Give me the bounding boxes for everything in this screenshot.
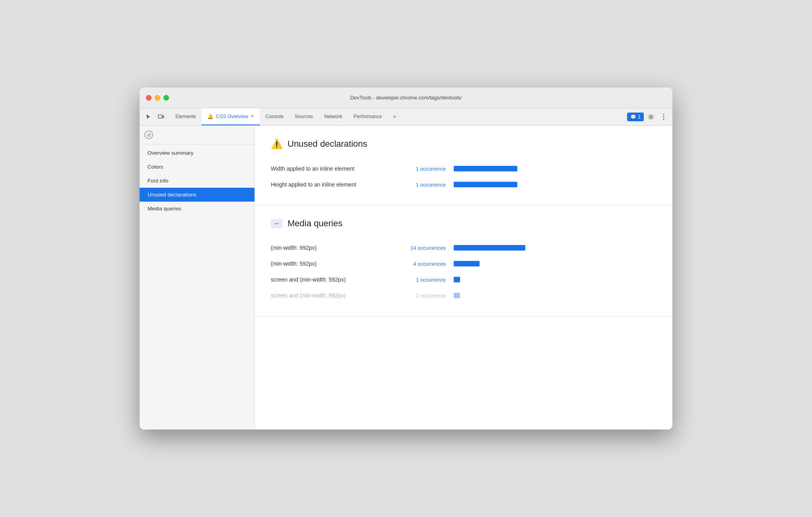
minimize-button[interactable] [155,95,160,101]
devtools-window: DevTools - developer.chrome.com/tags/dev… [140,87,672,430]
row-mq3-bar-container [454,277,657,282]
sidebar-top: ⊘ [140,126,254,144]
tab-sources-label: Sources [295,114,313,119]
svg-point-3 [663,114,664,115]
row-width-bar-container [454,166,657,171]
row-mq2-bar [454,261,480,266]
chat-badge-button[interactable]: 💬 1 [627,113,644,121]
row-mq3-label: screen and (min-width: 592px) [271,276,390,283]
tab-more[interactable]: » [388,108,402,125]
svg-point-2 [650,116,652,118]
section-media-queries: ↔ Media queries (min-width: 992px) 14 oc… [255,206,672,317]
sidebar-item-overview-summary[interactable]: Overview summary [140,146,254,160]
row-mq2-label: (min-width: 592px) [271,260,390,267]
sidebar-item-font-info[interactable]: Font info [140,174,254,188]
row-mq2-occurrence[interactable]: 4 occurrences [398,261,446,267]
tab-css-overview-icon: 🔔 [207,113,214,119]
row-mq4-label: screen and (min-width: 992px) [271,292,390,299]
traffic-lights [146,95,169,101]
sidebar-item-media-queries[interactable]: Media queries [140,202,254,216]
table-row: screen and (min-width: 592px) 1 occurren… [271,272,657,288]
row-mq4-bar [454,293,460,298]
row-mq1-bar [454,245,525,251]
section-media-queries-header: ↔ Media queries [271,218,657,229]
tab-performance-label: Performance [354,114,382,119]
svg-point-5 [663,119,664,120]
row-mq4-occurrence[interactable]: 1 occurrence [398,293,446,299]
tab-network-label: Network [324,114,342,119]
tab-performance[interactable]: Performance [348,108,388,125]
row-width-occurrence[interactable]: 1 occurrence [398,166,446,172]
device-icon[interactable] [155,111,167,122]
section-unused-declarations-title: Unused declarations [288,139,367,149]
content-area: ⚠️ Unused declarations Width applied to … [255,126,672,430]
tabsbar-right: 💬 1 [624,108,672,125]
titlebar: DevTools - developer.chrome.com/tags/dev… [140,87,672,108]
section-media-queries-title: Media queries [288,218,342,229]
tab-elements[interactable]: Elements [170,108,202,125]
warning-icon: ⚠️ [271,138,283,150]
table-row: screen and (min-width: 992px) 1 occurren… [271,288,657,303]
tab-network[interactable]: Network [319,108,348,125]
sidebar-item-overview-summary-label: Overview summary [148,150,194,156]
more-options-icon[interactable] [658,111,669,122]
maximize-button[interactable] [163,95,169,101]
row-width-bar [454,166,517,171]
row-mq3-occurrence[interactable]: 1 occurrence [398,277,446,283]
sidebar-item-media-queries-label: Media queries [148,206,181,212]
no-entry-icon: ⊘ [144,130,153,139]
row-height-label: Height applied to an inline element [271,181,390,188]
section-unused-declarations: ⚠️ Unused declarations Width applied to … [255,126,672,206]
row-height-bar-container [454,182,657,187]
row-mq1-label: (min-width: 992px) [271,245,390,251]
sidebar-item-unused-declarations[interactable]: Unused declarations [140,188,254,202]
sidebar: ⊘ Overview summary Colors Font info Unus… [140,126,255,430]
sidebar-item-colors[interactable]: Colors [140,160,254,174]
section-unused-declarations-header: ⚠️ Unused declarations [271,138,657,150]
table-row: Width applied to an inline element 1 occ… [271,161,657,177]
settings-icon[interactable] [645,111,657,122]
tab-elements-label: Elements [175,114,196,119]
tab-console[interactable]: Console [260,108,289,125]
sidebar-nav: Overview summary Colors Font info Unused… [140,144,254,216]
sidebar-item-font-info-label: Font info [148,178,169,184]
svg-rect-0 [158,115,162,118]
row-mq2-bar-container [454,261,657,266]
tab-css-overview-close[interactable]: ✕ [251,114,254,119]
row-width-label: Width applied to an inline element [271,165,390,172]
tab-console-label: Console [265,114,284,119]
tab-sources[interactable]: Sources [289,108,319,125]
table-row: (min-width: 992px) 14 occurrences [271,240,657,256]
row-mq1-occurrence[interactable]: 14 occurrences [398,245,446,251]
tab-css-overview[interactable]: 🔔 CSS Overview ✕ [202,108,260,125]
row-mq3-bar [454,277,460,282]
chat-count: 1 [638,114,641,120]
main-area: ⊘ Overview summary Colors Font info Unus… [140,126,672,430]
row-height-bar [454,182,517,187]
tabsbar: Elements 🔔 CSS Overview ✕ Console Source… [140,108,672,126]
tab-css-overview-label: CSS Overview [216,114,248,119]
tab-more-label: » [393,114,396,119]
row-height-occurrence[interactable]: 1 occurrence [398,182,446,188]
row-mq1-bar-container [454,245,657,251]
row-mq4-bar-container [454,293,657,298]
svg-rect-1 [163,116,164,118]
sidebar-item-unused-declarations-label: Unused declarations [148,192,196,198]
tabs-list: Elements 🔔 CSS Overview ✕ Console Source… [170,108,624,125]
table-row: Height applied to an inline element 1 oc… [271,177,657,192]
cursor-icon[interactable] [143,111,154,122]
media-queries-icon: ↔ [271,219,283,228]
table-row: (min-width: 592px) 4 occurrences [271,256,657,272]
close-button[interactable] [146,95,152,101]
window-title: DevTools - developer.chrome.com/tags/dev… [350,95,462,101]
chat-icon: 💬 [630,114,636,120]
svg-point-4 [663,116,664,117]
sidebar-item-colors-label: Colors [148,164,163,170]
devtools-icons [143,108,170,125]
